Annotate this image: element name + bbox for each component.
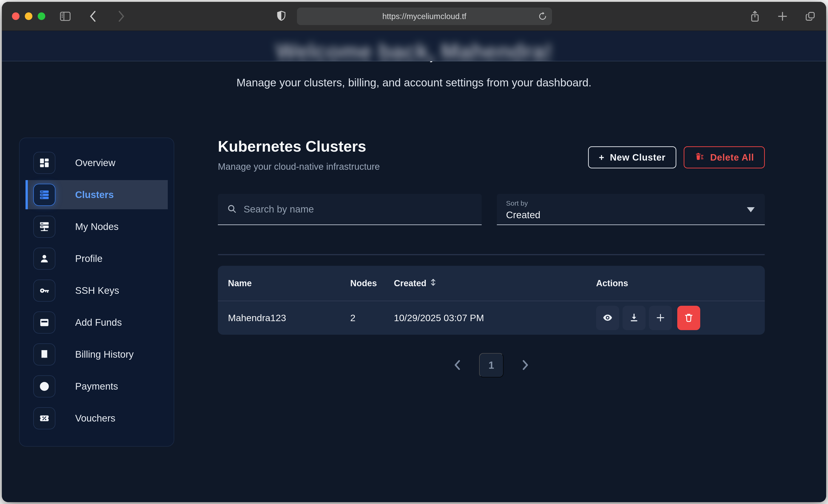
sidebar-item-payments[interactable]: Payments bbox=[26, 372, 168, 401]
row-actions bbox=[596, 306, 755, 330]
header-actions: + New Cluster Delete All bbox=[588, 146, 765, 172]
sidebar-item-my-nodes[interactable]: My Nodes bbox=[26, 212, 168, 241]
table-row: Mahendra123 2 10/29/2025 03:07 PM bbox=[218, 301, 765, 335]
next-page-button[interactable] bbox=[521, 359, 530, 372]
sidebar-toggle-button[interactable] bbox=[59, 11, 71, 22]
browser-toolbar: https://myceliumcloud.tf bbox=[2, 2, 826, 31]
chevron-right-icon bbox=[521, 359, 530, 372]
view-cluster-button[interactable] bbox=[596, 306, 619, 330]
page-title: Kubernetes Clusters bbox=[218, 138, 380, 155]
receipt-icon bbox=[33, 343, 55, 366]
shield-icon bbox=[276, 10, 286, 22]
voucher-icon bbox=[33, 407, 55, 429]
new-tab-button[interactable] bbox=[777, 11, 788, 22]
main-header: Kubernetes Clusters Manage your cloud-na… bbox=[218, 138, 765, 172]
pagination: 1 bbox=[218, 353, 765, 377]
previous-page-button[interactable] bbox=[453, 359, 462, 372]
cell-cluster-nodes: 2 bbox=[350, 312, 394, 324]
key-icon bbox=[33, 280, 55, 302]
table-header-row: Name Nodes Created Actions bbox=[218, 266, 765, 301]
download-icon bbox=[629, 312, 639, 324]
trash-icon bbox=[684, 312, 694, 324]
clock-icon bbox=[33, 375, 55, 397]
minimize-window-button[interactable] bbox=[25, 12, 32, 20]
sidebar-toggle-icon bbox=[59, 11, 71, 22]
sort-arrows-icon bbox=[430, 279, 437, 288]
tabs-icon bbox=[804, 10, 816, 22]
sidebar-item-vouchers[interactable]: Vouchers bbox=[26, 404, 168, 433]
sort-label: Sort by bbox=[506, 199, 756, 207]
sidebar-item-clusters[interactable]: Clusters bbox=[26, 180, 168, 209]
wallet-icon bbox=[33, 311, 55, 334]
chevron-right-icon bbox=[117, 10, 125, 23]
download-kubeconfig-button[interactable] bbox=[623, 306, 646, 330]
sidebar-item-ssh-keys[interactable]: SSH Keys bbox=[26, 276, 168, 305]
forward-button[interactable] bbox=[117, 10, 125, 23]
sidebar-nav: Overview Clusters My Nodes bbox=[19, 138, 174, 447]
add-node-button[interactable] bbox=[649, 306, 672, 330]
sidebar-item-profile[interactable]: Profile bbox=[26, 244, 168, 273]
traffic-lights bbox=[12, 12, 45, 20]
sidebar-item-add-funds[interactable]: Add Funds bbox=[26, 308, 168, 337]
chevron-down-icon bbox=[747, 207, 755, 212]
delete-all-button[interactable]: Delete All bbox=[684, 146, 765, 168]
sidebar-item-billing-history[interactable]: Billing History bbox=[26, 340, 168, 369]
sidebar-item-overview[interactable]: Overview bbox=[26, 148, 168, 177]
cell-cluster-name: Mahendra123 bbox=[228, 312, 350, 324]
address-bar-group: https://myceliumcloud.tf bbox=[276, 8, 552, 25]
page-number-button[interactable]: 1 bbox=[479, 353, 503, 377]
sort-value: Created bbox=[506, 210, 756, 220]
eye-icon bbox=[602, 312, 613, 324]
content-row: Overview Clusters My Nodes bbox=[2, 138, 826, 447]
column-header-actions: Actions bbox=[596, 279, 755, 288]
tab-overview-button[interactable] bbox=[804, 10, 816, 22]
search-input[interactable] bbox=[244, 204, 473, 215]
close-window-button[interactable] bbox=[12, 12, 19, 20]
nodes-icon bbox=[33, 216, 55, 238]
column-header-created[interactable]: Created bbox=[394, 279, 596, 288]
url-field[interactable]: https://myceliumcloud.tf bbox=[297, 8, 552, 25]
search-field bbox=[218, 194, 482, 225]
share-button[interactable] bbox=[749, 10, 760, 23]
dashboard-page: Welcome back, Mahendra! Manage your clus… bbox=[2, 31, 826, 502]
toolbar-right-group bbox=[749, 10, 816, 23]
plus-icon: + bbox=[599, 152, 605, 163]
page-subtitle: Manage your cloud-native infrastructure bbox=[218, 162, 380, 172]
back-button[interactable] bbox=[89, 10, 97, 23]
browser-window: https://myceliumcloud.tf bbox=[2, 2, 826, 502]
plus-icon bbox=[655, 312, 666, 324]
share-icon bbox=[749, 10, 760, 23]
filter-row: Sort by Created bbox=[218, 194, 765, 225]
column-header-name: Name bbox=[228, 279, 350, 288]
profile-icon bbox=[33, 248, 55, 270]
chevron-left-icon bbox=[89, 10, 97, 23]
welcome-subtitle: Manage your clusters, billing, and accou… bbox=[2, 76, 826, 89]
reload-button[interactable] bbox=[538, 11, 547, 21]
plus-icon bbox=[777, 11, 788, 22]
chevron-left-icon bbox=[453, 359, 462, 372]
search-icon bbox=[226, 204, 237, 215]
url-text: https://myceliumcloud.tf bbox=[382, 12, 466, 21]
refresh-icon bbox=[538, 11, 547, 21]
cell-cluster-created: 10/29/2025 03:07 PM bbox=[394, 312, 596, 324]
main-content: Kubernetes Clusters Manage your cloud-na… bbox=[218, 138, 765, 447]
new-cluster-button[interactable]: + New Cluster bbox=[588, 146, 676, 168]
delete-sweep-icon bbox=[695, 152, 705, 164]
zoom-window-button[interactable] bbox=[38, 12, 45, 20]
section-divider bbox=[218, 254, 765, 255]
column-header-nodes: Nodes bbox=[350, 279, 394, 288]
dashboard-icon bbox=[33, 152, 55, 174]
clusters-icon bbox=[33, 184, 55, 206]
main-header-text: Kubernetes Clusters Manage your cloud-na… bbox=[218, 138, 380, 172]
privacy-shield-button[interactable] bbox=[276, 10, 286, 22]
clusters-table: Name Nodes Created Actions bbox=[218, 266, 765, 335]
sticky-header-blur bbox=[2, 31, 826, 61]
delete-cluster-button[interactable] bbox=[677, 306, 700, 330]
sort-select[interactable]: Sort by Created bbox=[497, 194, 765, 225]
